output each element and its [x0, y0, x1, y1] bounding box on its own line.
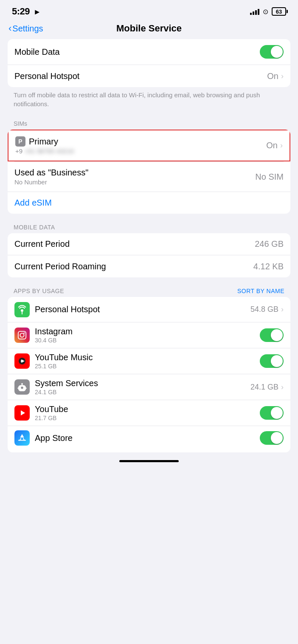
- current-period-roaming-row: Current Period Roaming 4.12 KB: [8, 255, 290, 277]
- status-bar: 5:29 ► ⊙ 63: [0, 0, 298, 20]
- mobile-data-row: Mobile Data: [8, 39, 290, 65]
- youtube-music-name: YouTube Music: [35, 353, 260, 362]
- p-badge: P: [15, 136, 25, 147]
- svg-rect-1: [18, 331, 26, 339]
- personal-hotspot-value: On ›: [267, 71, 284, 81]
- youtube-icon: [14, 405, 30, 421]
- system-services-value: 24.1 GB ›: [250, 383, 284, 392]
- app-store-app-info: App Store: [35, 433, 260, 443]
- youtube-usage: 21.7 GB: [35, 415, 260, 421]
- primary-sim-row[interactable]: P Primary +9 +91 98765 43210 On ›: [8, 130, 290, 161]
- signal-bar-3: [255, 10, 257, 15]
- svg-point-3: [24, 333, 25, 334]
- sims-section: SIMs P Primary +9 +91 98765 43210 On ›: [8, 117, 290, 214]
- battery-indicator: 63: [272, 7, 286, 16]
- apps-card: Personal Hotspot 54.8 GB › Instagram 30.…: [8, 297, 290, 452]
- personal-hotspot-label: Personal Hotspot: [14, 71, 79, 81]
- personal-hotspot-row[interactable]: Personal Hotspot On ›: [8, 65, 290, 87]
- mobile-data-section-label: MOBILE DATA: [8, 217, 290, 233]
- personal-hotspot-app-value: 54.8 GB ›: [250, 305, 284, 314]
- chevron-icon: ›: [281, 72, 284, 81]
- instagram-app-info: Instagram 30.4 GB: [35, 327, 260, 344]
- status-icons: ⊙ 63: [250, 7, 286, 16]
- current-period-roaming-label: Current Period Roaming: [14, 262, 106, 271]
- system-services-name: System Services: [35, 378, 250, 388]
- system-services-icon: [14, 379, 30, 395]
- mobile-data-footer: Turn off mobile data to restrict all dat…: [8, 87, 290, 113]
- add-esim-row[interactable]: Add eSIM: [8, 192, 290, 214]
- primary-sim-value: On ›: [266, 141, 283, 150]
- sims-card: P Primary +9 +91 98765 43210 On › Use: [8, 130, 290, 214]
- current-period-value: 246 GB: [255, 239, 284, 249]
- home-bar: [119, 460, 179, 462]
- signal-bars: [250, 8, 259, 15]
- mobile-data-stats-card: Current Period 246 GB Current Period Roa…: [8, 233, 290, 277]
- business-sim-value: No SIM: [255, 172, 284, 182]
- system-services-app-info: System Services 24.1 GB: [35, 378, 250, 395]
- personal-hotspot-app-name: Personal Hotspot: [35, 305, 250, 314]
- svg-point-0: [21, 309, 23, 312]
- location-icon: ►: [34, 8, 41, 16]
- current-period-label: Current Period: [14, 239, 70, 249]
- business-sim-label: Used as "Business": [14, 168, 88, 178]
- toggle-thumb: [271, 46, 283, 58]
- instagram-icon: [14, 328, 30, 343]
- youtube-music-icon: [14, 353, 30, 369]
- sims-label: SIMs: [8, 117, 290, 130]
- youtube-music-app-info: YouTube Music 25.1 GB: [35, 353, 260, 370]
- youtube-toggle[interactable]: [260, 406, 284, 420]
- list-item[interactable]: App Store: [8, 426, 290, 452]
- wifi-icon: ⊙: [263, 8, 268, 16]
- primary-chevron-icon: ›: [280, 141, 283, 150]
- app-store-name: App Store: [35, 433, 260, 443]
- business-sim-info: Used as "Business" No Number: [14, 168, 88, 186]
- youtube-name: YouTube: [35, 404, 260, 414]
- mobile-data-toggle[interactable]: [260, 45, 284, 59]
- business-sim-subtitle: No Number: [14, 178, 88, 186]
- list-item[interactable]: YouTube 21.7 GB: [8, 400, 290, 426]
- sort-by-name-button[interactable]: SORT BY NAME: [237, 288, 284, 294]
- youtube-app-info: YouTube 21.7 GB: [35, 404, 260, 421]
- personal-hotspot-app-icon: [14, 302, 30, 317]
- instagram-usage: 30.4 GB: [35, 337, 260, 344]
- current-period-roaming-value: 4.12 KB: [253, 262, 284, 271]
- status-time: 5:29 ►: [12, 6, 41, 17]
- list-item[interactable]: Instagram 30.4 GB: [8, 322, 290, 348]
- primary-sim-number-blurred: +91 98765 43210: [24, 147, 74, 155]
- add-esim-label: Add eSIM: [14, 198, 52, 208]
- back-button[interactable]: ‹ Settings: [8, 23, 43, 34]
- primary-sim-title: P Primary: [15, 136, 74, 147]
- app-store-toggle[interactable]: [260, 431, 284, 445]
- svg-point-8: [21, 387, 23, 389]
- system-services-usage: 24.1 GB: [35, 389, 250, 395]
- personal-hotspot-app-info: Personal Hotspot: [35, 305, 250, 314]
- apps-section: APPS BY USAGE SORT BY NAME Personal Hots…: [8, 281, 290, 452]
- youtube-music-usage: 25.1 GB: [35, 363, 260, 370]
- instagram-toggle[interactable]: [260, 328, 284, 342]
- signal-bar-1: [250, 13, 252, 15]
- main-section: Mobile Data Personal Hotspot On › Turn o…: [8, 39, 290, 113]
- signal-bar-4: [258, 9, 259, 15]
- primary-sim-info: P Primary +9 +91 98765 43210: [15, 136, 74, 155]
- back-chevron-icon: ‹: [8, 23, 11, 34]
- apps-header: APPS BY USAGE SORT BY NAME: [8, 281, 290, 297]
- back-label: Settings: [12, 24, 43, 34]
- list-item[interactable]: YouTube Music 25.1 GB: [8, 348, 290, 374]
- apps-by-usage-label: APPS BY USAGE: [14, 288, 64, 294]
- app-store-icon: [14, 430, 30, 446]
- mobile-data-label: Mobile Data: [14, 47, 60, 57]
- instagram-name: Instagram: [35, 327, 260, 336]
- list-item[interactable]: System Services 24.1 GB 24.1 GB ›: [8, 374, 290, 400]
- chevron-icon: ›: [281, 305, 284, 314]
- signal-bar-2: [253, 11, 254, 15]
- mobile-data-section: MOBILE DATA Current Period 246 GB Curren…: [8, 217, 290, 277]
- business-sim-row[interactable]: Used as "Business" No Number No SIM: [8, 162, 290, 192]
- current-period-row: Current Period 246 GB: [8, 233, 290, 255]
- primary-sim-number: +9: [15, 147, 22, 155]
- home-indicator: [0, 456, 298, 465]
- youtube-music-toggle[interactable]: [260, 354, 284, 368]
- nav-header: ‹ Settings Mobile Service: [0, 20, 298, 39]
- top-card: Mobile Data Personal Hotspot On ›: [8, 39, 290, 87]
- page-title: Mobile Service: [116, 23, 182, 34]
- list-item[interactable]: Personal Hotspot 54.8 GB ›: [8, 297, 290, 322]
